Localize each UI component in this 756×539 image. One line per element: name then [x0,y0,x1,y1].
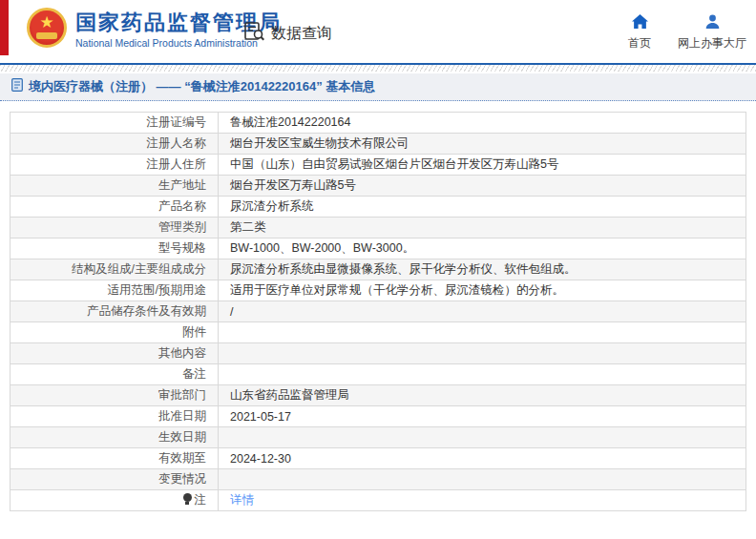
table-row: 适用范围/预期用途适用于医疗单位对尿常规（干化学分析、尿沉渣镜检）的分析。 [10,280,746,301]
row-value [219,343,746,364]
table-row: 注册人住所中国（山东）自由贸易试验区烟台片区烟台开发区万寿山路5号 [10,155,746,176]
table-row: 生产地址烟台开发区万寿山路5号 [10,176,746,197]
table-row: 注册人名称烟台开发区宝威生物技术有限公司 [10,134,746,155]
row-value: 第二类 [219,218,746,238]
table-row: 型号规格BW-1000、BW-2000、BW-3000。 [10,238,746,259]
document-search-icon [244,22,265,46]
details-link[interactable]: 详情 [230,493,254,507]
row-value [219,469,746,490]
row-value: 山东省药品监督管理局 [219,385,746,406]
row-label: 生效日期 [10,427,219,448]
table-row: 产品储存条件及有效期/ [10,301,746,322]
row-value: 尿沉渣分析系统 [219,197,746,218]
row-label: 批准日期 [10,406,219,427]
row-label: 有效期至 [10,448,219,469]
home-icon [632,14,648,31]
row-label: 型号规格 [10,238,219,259]
row-value [219,364,746,385]
row-value: 详情 [219,490,746,511]
row-label: 结构及组成/主要组成成分 [10,259,219,280]
table-row: 变更情况 [10,469,746,490]
row-value: 适用于医疗单位对尿常规（干化学分析、尿沉渣镜检）的分析。 [219,280,746,301]
row-value: 2021-05-17 [219,406,746,427]
info-table-body: 注册证编号鲁械注准20142220164注册人名称烟台开发区宝威生物技术有限公司… [10,113,746,511]
row-label: 注 [10,490,219,511]
registration-info-table: 注册证编号鲁械注准20142220164注册人名称烟台开发区宝威生物技术有限公司… [10,112,746,511]
nav-service-hall-label: 网上办事大厅 [678,35,746,52]
row-label: 其他内容 [10,343,219,364]
table-row: 注册证编号鲁械注准20142220164 [10,113,746,134]
bulb-icon [183,493,192,505]
row-value: 烟台开发区万寿山路5号 [219,176,746,197]
user-icon [704,14,721,31]
document-icon [11,78,23,95]
table-row: 备注 [10,364,746,385]
row-value: 鲁械注准20142220164 [219,113,746,134]
nav-service-hall[interactable]: 网上办事大厅 [678,14,746,52]
data-query-label: 数据查询 [271,24,332,44]
row-label: 附件 [10,322,219,343]
table-row: 生效日期 [10,427,746,448]
row-value: 烟台开发区宝威生物技术有限公司 [219,134,746,155]
breadcrumb: 境内医疗器械（注册） —— “鲁械注准20142220164” 基本信息 [0,73,756,101]
table-row: 其他内容 [10,343,746,364]
row-value [219,322,746,343]
red-stripe [0,0,9,55]
nav-home-label: 首页 [628,35,651,52]
row-value: 2024-12-30 [219,448,746,469]
row-label: 管理类别 [10,218,219,238]
row-value: 尿沉渣分析系统由显微摄像系统、尿干化学分析仪、软件包组成。 [219,259,746,280]
table-row: 审批部门山东省药品监督管理局 [10,385,746,406]
row-label: 注册人名称 [10,134,219,155]
row-label: 生产地址 [10,176,219,197]
row-label: 变更情况 [10,469,219,490]
row-label: 审批部门 [10,385,219,406]
row-value: 中国（山东）自由贸易试验区烟台片区烟台开发区万寿山路5号 [219,155,746,176]
page-title: 境内医疗器械（注册） —— “鲁械注准20142220164” 基本信息 [29,78,375,95]
table-row: 管理类别第二类 [10,218,746,238]
hatch-band [0,65,756,72]
row-label: 注册人住所 [10,155,219,176]
page: 国家药品监督管理局 National Medical Products Admi… [0,0,756,539]
row-value: / [219,301,746,322]
row-label: 产品名称 [10,197,219,218]
table-row: 结构及组成/主要组成成分尿沉渣分析系统由显微摄像系统、尿干化学分析仪、软件包组成… [10,259,746,280]
row-label: 备注 [10,364,219,385]
row-label: 产品储存条件及有效期 [10,301,219,322]
row-value: BW-1000、BW-2000、BW-3000。 [219,238,746,259]
row-label: 注册证编号 [10,113,219,134]
top-nav: 首页 网上办事大厅 [628,14,746,52]
table-row: 有效期至2024-12-30 [10,448,746,469]
data-query-section[interactable]: 数据查询 [244,22,332,46]
row-value [219,427,746,448]
row-label: 适用范围/预期用途 [10,280,219,301]
table-row: 附件 [10,322,746,343]
nav-home[interactable]: 首页 [628,14,651,52]
national-emblem-logo [27,8,67,48]
table-row: 产品名称尿沉渣分析系统 [10,197,746,218]
table-row: 注详情 [10,490,746,511]
table-row: 批准日期2021-05-17 [10,406,746,427]
